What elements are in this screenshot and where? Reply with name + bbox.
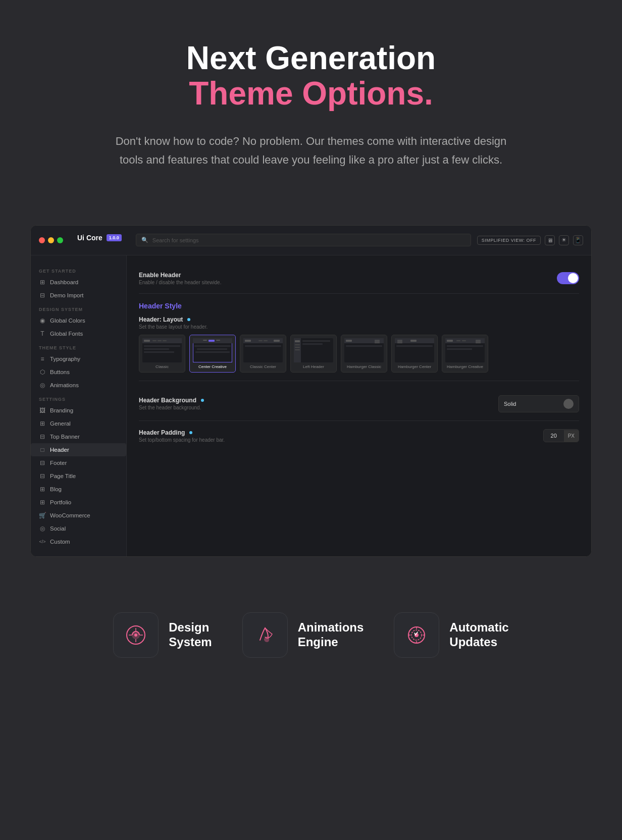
- header-bg-desc: Set the header background.: [139, 405, 204, 410]
- header-bg-label: Header Background: [139, 397, 196, 404]
- woocommerce-icon: 🛒: [39, 512, 46, 519]
- svg-rect-3: [152, 340, 157, 341]
- header-padding-row: Header Padding Set top/bottom spacing fo…: [139, 423, 579, 449]
- svg-rect-6: [144, 345, 180, 347]
- hero-title-white: Next Generation: [101, 40, 521, 76]
- mobile-icon[interactable]: 📱: [573, 235, 583, 245]
- sidebar-item-global-fonts[interactable]: T Global Fonts: [31, 327, 126, 340]
- layout-option-hamburger-center[interactable]: Hamburger Center: [391, 335, 438, 373]
- sidebar-item-header[interactable]: □ Header: [31, 443, 126, 456]
- sidebar-item-label: Footer: [50, 460, 67, 466]
- svg-rect-20: [258, 340, 263, 341]
- hero-section: Next Generation Theme Options. Don't kno…: [0, 0, 622, 200]
- header-bg-info: Header Background Set the header backgro…: [139, 397, 204, 410]
- padding-unit: PX: [564, 430, 579, 442]
- app-body: GET STARTED ⊞ Dashboard ⊟ Demo Import DE…: [31, 255, 591, 556]
- svg-rect-15: [197, 348, 227, 350]
- svg-rect-13: [216, 340, 220, 341]
- sidebar-item-portfolio[interactable]: ⊞ Portfolio: [31, 496, 126, 509]
- sidebar-item-top-banner[interactable]: ⊟ Top Banner: [31, 430, 126, 443]
- center-creative-label: Center Creative: [198, 364, 227, 369]
- feature-updates: Automatic Updates: [394, 612, 508, 658]
- theme-style-label: THEME STYLE: [31, 340, 126, 352]
- sidebar-item-global-colors[interactable]: ◉ Global Colors: [31, 314, 126, 327]
- svg-rect-44: [410, 340, 417, 342]
- svg-rect-11: [203, 340, 207, 341]
- svg-rect-7: [144, 348, 169, 350]
- header-padding-input[interactable]: 20 PX: [543, 429, 579, 442]
- svg-rect-49: [456, 340, 460, 341]
- dropdown-toggle-knob: [563, 399, 574, 409]
- sidebar-item-label: Portfolio: [50, 499, 71, 505]
- colors-icon: ◉: [39, 317, 46, 324]
- portfolio-icon: ⊞: [39, 499, 46, 506]
- sidebar-item-label: Demo Import: [50, 292, 83, 298]
- design-system-label: DESIGN SYSTEM: [31, 302, 126, 314]
- header-bg-dropdown[interactable]: Solid: [498, 395, 579, 412]
- demo-import-icon: ⊟: [39, 292, 46, 299]
- svg-rect-38: [346, 345, 382, 347]
- layout-option-hamburger-classic[interactable]: Hamburger Classic: [341, 335, 387, 373]
- layout-option-classic[interactable]: Classic: [139, 335, 185, 373]
- enable-header-toggle[interactable]: [557, 272, 579, 284]
- sidebar-item-custom[interactable]: </> Custom: [31, 535, 126, 548]
- svg-rect-26: [295, 340, 300, 342]
- svg-rect-27: [295, 344, 300, 345]
- maximize-dot[interactable]: [57, 237, 63, 243]
- sun-icon[interactable]: ☀: [559, 235, 569, 245]
- sidebar-item-woocommerce[interactable]: 🛒 WooCommerce: [31, 509, 126, 522]
- sidebar-item-footer[interactable]: ⊟ Footer: [31, 456, 126, 469]
- header-layout-label: Header: Layout: [139, 316, 183, 323]
- svg-rect-8: [144, 351, 174, 353]
- svg-rect-21: [264, 340, 268, 341]
- hamburger-center-label: Hamburger Center: [398, 364, 431, 369]
- svg-rect-23: [245, 345, 281, 347]
- sidebar-item-label: Typography: [50, 356, 80, 362]
- svg-rect-34: [346, 340, 352, 342]
- app-window: Ui Core 1.0.0 🔍 Search for settings SIMP…: [30, 225, 592, 557]
- sidebar-item-demo-import[interactable]: ⊟ Demo Import: [31, 289, 126, 302]
- divider-2: [139, 381, 579, 381]
- svg-rect-31: [302, 343, 323, 345]
- sidebar-item-label: Header: [50, 447, 69, 453]
- sidebar-item-buttons[interactable]: ⬡ Buttons: [31, 365, 126, 379]
- sidebar-item-general[interactable]: ⊞ General: [31, 417, 126, 430]
- design-system-icon-box: [113, 612, 159, 658]
- toggle-knob: [568, 273, 578, 283]
- sidebar-item-label: Branding: [50, 407, 73, 413]
- svg-rect-28: [295, 347, 300, 348]
- sidebar-item-branding[interactable]: 🖼 Branding: [31, 404, 126, 417]
- simplified-view-button[interactable]: SIMPLIFIED VIEW: OFF: [477, 236, 541, 245]
- divider-1: [139, 293, 579, 294]
- sidebar-item-animations[interactable]: ◎ Animations: [31, 379, 126, 392]
- enable-header-label: Enable Header: [139, 272, 221, 279]
- sidebar-item-label: WooCommerce: [50, 512, 90, 518]
- header-icon: □: [39, 446, 46, 453]
- hamburger-classic-label: Hamburger Classic: [347, 364, 381, 369]
- sidebar-item-typography[interactable]: ≡ Typography: [31, 352, 126, 365]
- svg-rect-16: [195, 351, 230, 353]
- header-bg-row: Header Background Set the header backgro…: [139, 389, 579, 418]
- svg-rect-2: [144, 340, 150, 342]
- sidebar-item-page-title[interactable]: ⊟ Page Title: [31, 469, 126, 483]
- svg-rect-51: [476, 340, 481, 341]
- monitor-icon[interactable]: 🖥: [545, 235, 555, 245]
- sidebar-item-dashboard[interactable]: ⊞ Dashboard: [31, 276, 126, 289]
- left-header-label: Left Header: [303, 364, 324, 369]
- layout-option-center-creative[interactable]: Center Creative: [189, 335, 236, 373]
- sidebar-item-label: Dashboard: [50, 279, 78, 285]
- layout-option-hamburger-creative[interactable]: Hamburger Creative: [442, 335, 488, 373]
- sidebar-item-label: Buttons: [50, 369, 70, 375]
- animations-icon-box: [242, 612, 288, 658]
- sidebar-item-social[interactable]: ◎ Social: [31, 522, 126, 535]
- svg-rect-41: [397, 340, 402, 341]
- hero-title-pink: Theme Options.: [101, 76, 521, 111]
- minimize-dot[interactable]: [48, 237, 54, 243]
- close-dot[interactable]: [39, 237, 45, 243]
- required-indicator-padding: [189, 431, 192, 434]
- updates-title-2: Updates: [449, 635, 508, 650]
- layout-option-left-header[interactable]: Left Header: [290, 335, 337, 373]
- top-bar-right: SIMPLIFIED VIEW: OFF 🖥 ☀ 📱: [477, 235, 583, 245]
- sidebar-item-blog[interactable]: ⊞ Blog: [31, 483, 126, 496]
- layout-option-classic-center[interactable]: Classic Center: [240, 335, 286, 373]
